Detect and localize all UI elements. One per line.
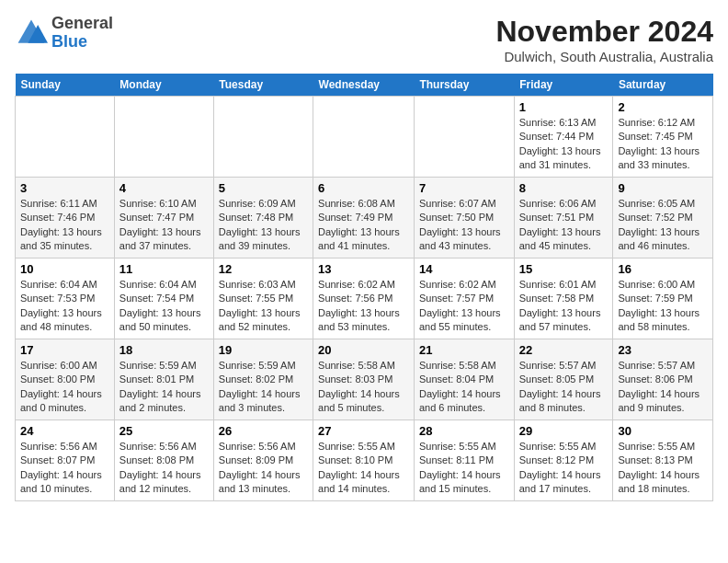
day-info: Sunrise: 6:00 AMSunset: 8:00 PMDaylight:… (20, 359, 109, 416)
weekday-header-sunday: Sunday (16, 74, 115, 97)
day-info: Sunrise: 5:58 AMSunset: 8:03 PMDaylight:… (318, 359, 409, 416)
week-row-3: 10Sunrise: 6:04 AMSunset: 7:53 PMDayligh… (16, 259, 713, 339)
day-number: 1 (519, 100, 609, 114)
weekday-header-wednesday: Wednesday (313, 74, 415, 97)
day-cell-1: 1Sunrise: 6:13 AMSunset: 7:44 PMDaylight… (514, 97, 613, 178)
day-cell-24: 24Sunrise: 5:56 AMSunset: 8:07 PMDayligh… (16, 420, 115, 501)
day-number: 28 (419, 424, 509, 438)
day-cell-10: 10Sunrise: 6:04 AMSunset: 7:53 PMDayligh… (16, 259, 115, 339)
day-info: Sunrise: 5:56 AMSunset: 8:08 PMDaylight:… (119, 440, 209, 497)
week-row-5: 24Sunrise: 5:56 AMSunset: 8:07 PMDayligh… (16, 420, 713, 501)
day-info: Sunrise: 6:08 AMSunset: 7:49 PMDaylight:… (318, 197, 409, 254)
logo-text: General Blue (51, 15, 113, 52)
day-info: Sunrise: 5:56 AMSunset: 8:09 PMDaylight:… (219, 440, 308, 497)
day-info: Sunrise: 6:03 AMSunset: 7:55 PMDaylight:… (219, 278, 308, 335)
day-cell-18: 18Sunrise: 5:59 AMSunset: 8:01 PMDayligh… (114, 339, 213, 420)
day-info: Sunrise: 5:57 AMSunset: 8:06 PMDaylight:… (618, 359, 708, 416)
day-info: Sunrise: 6:02 AMSunset: 7:56 PMDaylight:… (318, 278, 409, 335)
day-info: Sunrise: 6:05 AMSunset: 7:52 PMDaylight:… (618, 197, 708, 254)
day-info: Sunrise: 6:10 AMSunset: 7:47 PMDaylight:… (119, 197, 209, 254)
day-cell-20: 20Sunrise: 5:58 AMSunset: 8:03 PMDayligh… (313, 339, 415, 420)
day-info: Sunrise: 6:13 AMSunset: 7:44 PMDaylight:… (519, 116, 609, 173)
day-info: Sunrise: 6:02 AMSunset: 7:57 PMDaylight:… (419, 278, 509, 335)
day-cell-22: 22Sunrise: 5:57 AMSunset: 8:05 PMDayligh… (514, 339, 613, 420)
day-info: Sunrise: 6:00 AMSunset: 7:59 PMDaylight:… (618, 278, 708, 335)
day-cell-3: 3Sunrise: 6:11 AMSunset: 7:46 PMDaylight… (16, 178, 115, 259)
day-number: 30 (618, 424, 708, 438)
logo-blue: Blue (51, 33, 113, 52)
empty-cell (414, 97, 514, 178)
day-info: Sunrise: 6:06 AMSunset: 7:51 PMDaylight:… (519, 197, 609, 254)
day-info: Sunrise: 5:59 AMSunset: 8:02 PMDaylight:… (219, 359, 308, 416)
day-number: 16 (618, 262, 708, 276)
empty-cell (114, 97, 213, 178)
day-cell-15: 15Sunrise: 6:01 AMSunset: 7:58 PMDayligh… (514, 259, 613, 339)
weekday-header-friday: Friday (514, 74, 613, 97)
day-cell-5: 5Sunrise: 6:09 AMSunset: 7:48 PMDaylight… (213, 178, 313, 259)
day-number: 13 (318, 262, 409, 276)
day-info: Sunrise: 6:04 AMSunset: 7:53 PMDaylight:… (20, 278, 109, 335)
day-info: Sunrise: 6:07 AMSunset: 7:50 PMDaylight:… (419, 197, 509, 254)
day-cell-25: 25Sunrise: 5:56 AMSunset: 8:08 PMDayligh… (114, 420, 213, 501)
day-cell-19: 19Sunrise: 5:59 AMSunset: 8:02 PMDayligh… (213, 339, 313, 420)
day-cell-9: 9Sunrise: 6:05 AMSunset: 7:52 PMDaylight… (613, 178, 713, 259)
day-number: 11 (119, 262, 209, 276)
day-info: Sunrise: 5:55 AMSunset: 8:11 PMDaylight:… (419, 440, 509, 497)
day-info: Sunrise: 5:55 AMSunset: 8:10 PMDaylight:… (318, 440, 409, 497)
weekday-header-monday: Monday (114, 74, 213, 97)
week-row-1: 1Sunrise: 6:13 AMSunset: 7:44 PMDaylight… (16, 97, 713, 178)
day-cell-27: 27Sunrise: 5:55 AMSunset: 8:10 PMDayligh… (313, 420, 415, 501)
weekday-header-row: SundayMondayTuesdayWednesdayThursdayFrid… (16, 74, 713, 97)
day-cell-6: 6Sunrise: 6:08 AMSunset: 7:49 PMDaylight… (313, 178, 415, 259)
day-cell-28: 28Sunrise: 5:55 AMSunset: 8:11 PMDayligh… (414, 420, 514, 501)
day-cell-16: 16Sunrise: 6:00 AMSunset: 7:59 PMDayligh… (613, 259, 713, 339)
empty-cell (16, 97, 115, 178)
day-number: 14 (419, 262, 509, 276)
day-cell-26: 26Sunrise: 5:56 AMSunset: 8:09 PMDayligh… (213, 420, 313, 501)
day-cell-21: 21Sunrise: 5:58 AMSunset: 8:04 PMDayligh… (414, 339, 514, 420)
day-number: 20 (318, 343, 409, 357)
day-info: Sunrise: 6:01 AMSunset: 7:58 PMDaylight:… (519, 278, 609, 335)
day-number: 6 (318, 181, 409, 195)
day-info: Sunrise: 6:09 AMSunset: 7:48 PMDaylight:… (219, 197, 308, 254)
month-title: November 2024 (495, 15, 713, 49)
logo-general: General (51, 15, 113, 33)
day-info: Sunrise: 5:55 AMSunset: 8:13 PMDaylight:… (618, 440, 708, 497)
day-number: 29 (519, 424, 609, 438)
day-number: 4 (119, 181, 209, 195)
day-number: 8 (519, 181, 609, 195)
calendar-table: SundayMondayTuesdayWednesdayThursdayFrid… (15, 74, 713, 501)
day-number: 15 (519, 262, 609, 276)
week-row-2: 3Sunrise: 6:11 AMSunset: 7:46 PMDaylight… (16, 178, 713, 259)
day-number: 24 (20, 424, 109, 438)
location: Dulwich, South Australia, Australia (495, 49, 713, 64)
day-number: 22 (519, 343, 609, 357)
day-cell-2: 2Sunrise: 6:12 AMSunset: 7:45 PMDaylight… (613, 97, 713, 178)
day-info: Sunrise: 5:58 AMSunset: 8:04 PMDaylight:… (419, 359, 509, 416)
weekday-header-thursday: Thursday (414, 74, 514, 97)
day-info: Sunrise: 6:04 AMSunset: 7:54 PMDaylight:… (119, 278, 209, 335)
empty-cell (213, 97, 313, 178)
day-number: 19 (219, 343, 308, 357)
day-number: 25 (119, 424, 209, 438)
day-cell-12: 12Sunrise: 6:03 AMSunset: 7:55 PMDayligh… (213, 259, 313, 339)
day-cell-7: 7Sunrise: 6:07 AMSunset: 7:50 PMDaylight… (414, 178, 514, 259)
day-info: Sunrise: 5:57 AMSunset: 8:05 PMDaylight:… (519, 359, 609, 416)
title-block: November 2024 Dulwich, South Australia, … (495, 15, 713, 64)
day-number: 21 (419, 343, 509, 357)
day-info: Sunrise: 6:12 AMSunset: 7:45 PMDaylight:… (618, 116, 708, 173)
day-number: 17 (20, 343, 109, 357)
day-info: Sunrise: 5:59 AMSunset: 8:01 PMDaylight:… (119, 359, 209, 416)
week-row-4: 17Sunrise: 6:00 AMSunset: 8:00 PMDayligh… (16, 339, 713, 420)
day-cell-17: 17Sunrise: 6:00 AMSunset: 8:00 PMDayligh… (16, 339, 115, 420)
day-cell-14: 14Sunrise: 6:02 AMSunset: 7:57 PMDayligh… (414, 259, 514, 339)
day-cell-11: 11Sunrise: 6:04 AMSunset: 7:54 PMDayligh… (114, 259, 213, 339)
day-cell-23: 23Sunrise: 5:57 AMSunset: 8:06 PMDayligh… (613, 339, 713, 420)
day-cell-8: 8Sunrise: 6:06 AMSunset: 7:51 PMDaylight… (514, 178, 613, 259)
empty-cell (313, 97, 415, 178)
day-number: 7 (419, 181, 509, 195)
day-cell-4: 4Sunrise: 6:10 AMSunset: 7:47 PMDaylight… (114, 178, 213, 259)
day-info: Sunrise: 5:55 AMSunset: 8:12 PMDaylight:… (519, 440, 609, 497)
weekday-header-saturday: Saturday (613, 74, 713, 97)
logo: General Blue (15, 15, 113, 52)
